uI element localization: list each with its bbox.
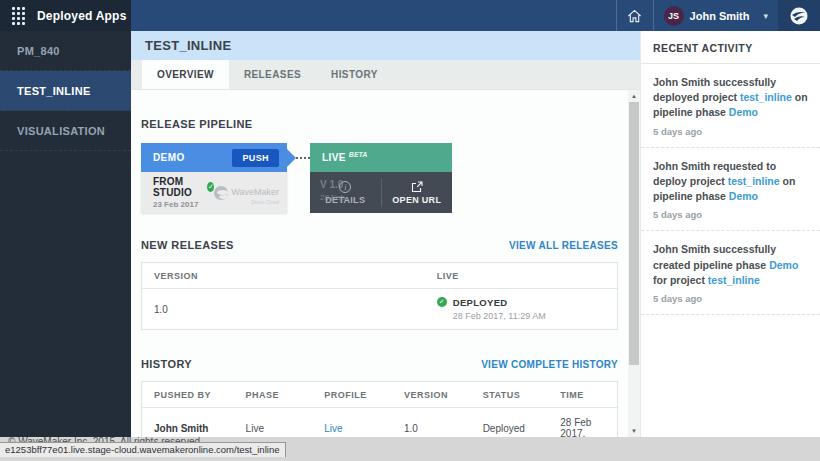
- recent-activity-panel: RECENT ACTIVITY John Smith successfully …: [640, 31, 820, 437]
- user-menu[interactable]: JS John Smith ▾: [654, 0, 778, 31]
- activity-project-link[interactable]: test_inline: [728, 175, 780, 187]
- activity-item: John Smith successfully created pipeline…: [641, 231, 820, 315]
- history-pushed-by: John Smith: [142, 423, 234, 434]
- open-url-button[interactable]: OPEN URL: [382, 172, 453, 213]
- view-complete-history-link[interactable]: VIEW COMPLETE HISTORY: [481, 359, 618, 370]
- sidebar-item-label: PM_840: [17, 45, 60, 57]
- history-time: 28 Feb 2017,: [548, 417, 617, 437]
- scrollbar-thumb[interactable]: [629, 102, 639, 365]
- live-phase-card: LIVE BETA V 1.0 28 Feb i DETAILS: [310, 143, 452, 213]
- column-header-phase: PHASE: [234, 390, 313, 400]
- open-url-icon: [411, 181, 423, 193]
- details-button[interactable]: i DETAILS: [310, 172, 381, 213]
- home-icon[interactable]: [617, 0, 653, 31]
- phase-name: LIVE: [322, 152, 346, 163]
- activity-project-link[interactable]: test_inline: [740, 91, 792, 103]
- browser-status-url: e1253bff77e01.live.stage-cloud.wavemaker…: [0, 442, 286, 457]
- deployed-apps-window: Deployed Apps JS John Smith ▾: [0, 0, 820, 461]
- from-studio-label: FROM STUDIO: [153, 176, 202, 198]
- info-icon: i: [339, 181, 351, 193]
- user-name: John Smith: [690, 10, 750, 22]
- overview-panel: RELEASE PIPELINE DEMO PUSH FROM STUDIO ✓: [131, 90, 628, 437]
- sidebar: PM_840 TEST_INLINE VISUALISATION: [0, 31, 131, 437]
- activity-phase-link[interactable]: Demo: [729, 190, 758, 202]
- activity-item: John Smith successfully deployed project…: [641, 64, 820, 148]
- column-header-profile: PROFILE: [312, 390, 392, 400]
- page-title: TEST_INLINE: [131, 31, 640, 60]
- table-header-row: VERSION LIVE: [142, 263, 617, 289]
- live-phase-header: LIVE BETA: [310, 143, 452, 172]
- sidebar-item-test-inline[interactable]: TEST_INLINE: [0, 71, 131, 111]
- apps-grid-icon[interactable]: [12, 7, 25, 25]
- tab-releases[interactable]: RELEASES: [229, 60, 316, 89]
- column-header-pushed-by: PUSHED BY: [142, 390, 234, 400]
- brand-area: Deployed Apps: [0, 0, 131, 31]
- live-phase-body: V 1.0 28 Feb i DETAILS OPEN URL: [310, 172, 452, 213]
- activity-item: John Smith requested to deploy project t…: [641, 148, 820, 232]
- activity-timestamp: 5 days ago: [653, 293, 808, 304]
- table-row: John Smith Live Live 1.0 Deployed 28 Feb…: [142, 408, 617, 437]
- release-version: 1.0: [142, 304, 425, 315]
- scroll-down-icon[interactable]: ▼: [628, 425, 640, 437]
- top-bar: Deployed Apps JS John Smith ▾: [0, 0, 820, 31]
- activity-timestamp: 5 days ago: [653, 209, 808, 220]
- sidebar-item-visualisation[interactable]: VISUALISATION: [0, 111, 131, 151]
- details-label: DETAILS: [325, 195, 365, 205]
- history-header: HISTORY VIEW COMPLETE HISTORY: [141, 358, 618, 370]
- release-live-status: ✓ DEPLOYED 28 Feb 2017, 11:29 AM: [425, 297, 617, 321]
- chevron-down-icon: ▾: [763, 11, 768, 21]
- table-header-row: PUSHED BY PHASE PROFILE VERSION STATUS T…: [142, 382, 617, 408]
- success-check-icon: ✓: [207, 182, 214, 192]
- activity-project-link[interactable]: test_inline: [708, 274, 760, 286]
- success-check-icon: ✓: [437, 297, 447, 307]
- wavemaker-watermark: WaveMaker Demo Cloud: [214, 181, 279, 205]
- tab-bar: OVERVIEW RELEASES HISTORY: [131, 60, 640, 90]
- sidebar-item-pm-840[interactable]: PM_840: [0, 31, 131, 71]
- activity-text-pre: John Smith successfully created pipeline…: [653, 243, 776, 270]
- column-header-time: TIME: [548, 390, 617, 400]
- app-title: Deployed Apps: [37, 9, 127, 23]
- sidebar-item-label: VISUALISATION: [17, 125, 105, 137]
- table-row: 1.0 ✓ DEPLOYED 28 Feb 2017, 11:29 AM: [142, 289, 617, 329]
- release-pipeline: DEMO PUSH FROM STUDIO ✓ 23 Feb 2017: [141, 143, 628, 213]
- demo-phase-header: DEMO PUSH: [141, 143, 287, 172]
- scroll-up-icon[interactable]: ▲: [628, 90, 640, 102]
- activity-phase-link[interactable]: Demo: [769, 259, 798, 271]
- demo-phase-card: DEMO PUSH FROM STUDIO ✓ 23 Feb 2017: [141, 143, 287, 213]
- activity-text: John Smith requested to deploy project t…: [653, 159, 808, 205]
- topbar-right-cluster: JS John Smith ▾: [616, 0, 820, 31]
- tab-overview[interactable]: OVERVIEW: [142, 60, 229, 89]
- tab-history[interactable]: HISTORY: [316, 60, 393, 89]
- avatar: JS: [664, 6, 684, 26]
- wavemaker-logo-icon: [778, 0, 820, 31]
- history-table: PUSHED BY PHASE PROFILE VERSION STATUS T…: [141, 381, 618, 437]
- section-title: HISTORY: [141, 358, 192, 370]
- view-all-releases-link[interactable]: VIEW ALL RELEASES: [509, 240, 618, 251]
- column-header-status: STATUS: [471, 390, 549, 400]
- deployed-label: DEPLOYED: [453, 297, 546, 308]
- column-header-version: VERSION: [392, 390, 471, 400]
- activity-text: John Smith successfully deployed project…: [653, 75, 808, 121]
- history-version: 1.0: [392, 423, 471, 434]
- new-releases-table: VERSION LIVE 1.0 ✓ DEPLOYED 28 Feb 2017,…: [141, 262, 618, 330]
- section-title: RELEASE PIPELINE: [141, 118, 253, 130]
- history-profile-link[interactable]: Live: [312, 423, 392, 434]
- sidebar-item-label: TEST_INLINE: [17, 85, 91, 97]
- column-header-version: VERSION: [142, 271, 425, 281]
- push-button[interactable]: PUSH: [232, 149, 279, 167]
- deployed-time: 28 Feb 2017, 11:29 AM: [453, 311, 546, 321]
- activity-text-mid: for project: [653, 274, 708, 286]
- vertical-scrollbar[interactable]: ▲ ▼: [628, 90, 640, 437]
- history-phase: Live: [234, 423, 313, 434]
- phase-name: DEMO: [153, 152, 185, 163]
- wavemaker-swirl-icon: [214, 186, 228, 200]
- activity-phase-link[interactable]: Demo: [729, 106, 758, 118]
- recent-activity-title: RECENT ACTIVITY: [641, 31, 820, 64]
- activity-text: John Smith successfully created pipeline…: [653, 242, 808, 288]
- column-header-live: LIVE: [425, 271, 617, 281]
- bottom-strip: © WaveMaker Inc, 2015. All rights reserv…: [0, 437, 820, 461]
- watermark-name: WaveMaker: [231, 187, 279, 197]
- beta-tag: BETA: [349, 151, 368, 158]
- open-url-label: OPEN URL: [392, 195, 441, 205]
- release-pipeline-header: RELEASE PIPELINE: [141, 118, 618, 130]
